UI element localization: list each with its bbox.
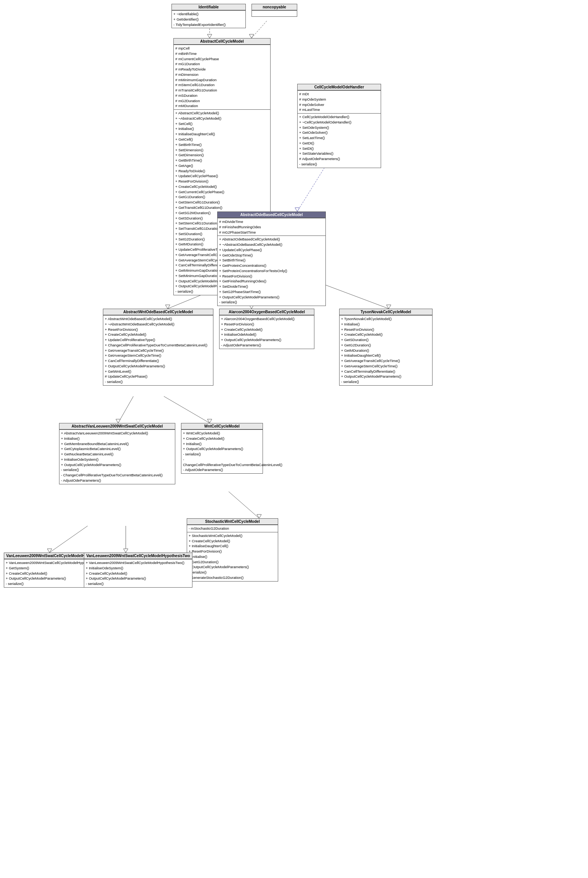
svg-marker-15 <box>116 419 120 423</box>
noncopyable-empty <box>252 10 297 16</box>
abstract-wnt-ode-title: AbstractWntOdeBasedCellCycleModel <box>103 309 213 315</box>
abstract-ode-based-title: AbstractOdeBasedCellCycleModel <box>218 212 325 218</box>
svg-marker-21 <box>123 549 128 553</box>
tyson-novak-box: TysonNovakCellCycleModel + TysonNovakCel… <box>339 309 433 386</box>
svg-line-16 <box>164 396 210 423</box>
identifiable-method-1: + GetIdentifier() <box>173 17 244 22</box>
van-leeuwen-hyp-two-box: VanLeeuwen2009WntSwatCellCycleModelHypot… <box>84 553 192 588</box>
abstract-cell-cycle-model-attrs: # mpCell # mBirthTime # mCurrentCellCycl… <box>174 45 270 109</box>
abstract-van-leeuwen-title: AbstractVanLeeuwen2009WntSwatCellCycleMo… <box>59 423 175 429</box>
wnt-cell-cycle-methods: + WntCellCycleModel() + CreateCellCycleM… <box>181 429 263 473</box>
wnt-cell-cycle-box: WntCellCycleModel + WntCellCycleModel() … <box>181 423 263 474</box>
abstract-wnt-ode-methods: + AbstractWntOdeBasedCellCycleModel() + … <box>103 315 213 385</box>
stochastic-wnt-title: StochasticWntCellCycleModel <box>187 519 278 525</box>
cell-cycle-ode-handler-title: CellCycleModelOdeHandler <box>298 84 381 90</box>
svg-marker-7 <box>295 208 300 211</box>
stochastic-wnt-attrs: - mStochasticG2Duration <box>187 525 278 532</box>
abstract-van-leeuwen-methods: + AbstractVanLeeuwen2009WntSwatCellCycle… <box>59 429 175 484</box>
abstract-ode-based-attrs: # mDivideTime # mFinishedRunningOdes # m… <box>218 218 325 236</box>
identifiable-method-0: + ~Identifiable() <box>173 11 244 17</box>
identifiable-methods: + ~Identifiable() + GetIdentifier() - Ti… <box>172 10 245 28</box>
alarcon2004-title: Alarcon2004OxygenBasedCellCycleModel <box>219 309 314 315</box>
wnt-cell-cycle-title: WntCellCycleModel <box>181 423 263 429</box>
tyson-novak-methods: + TysonNovakCellCycleModel() + Initialis… <box>340 315 432 385</box>
abstract-ode-based-box: AbstractOdeBasedCellCycleModel # mDivide… <box>217 211 326 306</box>
abstract-ode-based-methods: + AbstractOdeBasedCellCycleModel() + ~Ab… <box>218 236 325 306</box>
svg-marker-13 <box>386 305 391 309</box>
svg-marker-9 <box>165 305 170 309</box>
svg-line-14 <box>118 396 133 423</box>
alarcon2004-methods: + Alarcon2004OxygenBasedCellCycleModel()… <box>219 315 314 349</box>
tyson-novak-title: TysonNovakCellCycleModel <box>340 309 432 315</box>
svg-line-18 <box>50 526 88 553</box>
van-leeuwen-hyp-two-methods: + VanLeeuwen2009WntSwatCellCycleModelHyp… <box>84 559 192 587</box>
cell-cycle-ode-handler-attrs: # mDt # mpOdeSystem # mpOdeSolver # mLas… <box>298 90 381 113</box>
cell-cycle-ode-handler-methods: + CellCycleModelOdeHandler() + ~CellCycl… <box>298 113 381 168</box>
stochastic-wnt-methods: + StochasticWntCellCycleModel() + Create… <box>187 532 278 581</box>
alarcon2004-box: Alarcon2004OxygenBasedCellCycleModel + A… <box>219 309 314 349</box>
noncopyable-title: noncopyable <box>252 4 297 10</box>
svg-marker-3 <box>249 34 254 38</box>
identifiable-title: Identifiable <box>172 4 245 10</box>
abstract-van-leeuwen-box: AbstractVanLeeuwen2009WntSwatCellCycleMo… <box>59 423 175 484</box>
svg-marker-17 <box>207 419 212 423</box>
abstract-wnt-ode-box: AbstractWntOdeBasedCellCycleModel + Abst… <box>103 309 213 386</box>
svg-marker-1 <box>207 34 212 38</box>
svg-line-22 <box>229 492 259 518</box>
cell-cycle-ode-handler-box: CellCycleModelOdeHandler # mDt # mpOdeSy… <box>297 84 381 168</box>
van-leeuwen-hyp-two-title: VanLeeuwen2009WntSwatCellCycleModelHypot… <box>84 553 192 559</box>
noncopyable-box: noncopyable <box>252 4 297 17</box>
svg-line-2 <box>252 21 267 38</box>
identifiable-box: Identifiable + ~Identifiable() + GetIden… <box>171 4 246 28</box>
svg-marker-19 <box>47 549 52 553</box>
stochastic-wnt-box: StochasticWntCellCycleModel - mStochasti… <box>187 518 278 582</box>
identifiable-method-2: - TidyTemplatedExportIdentifier() <box>173 22 244 27</box>
uml-diagram: Identifiable + ~Identifiable() + GetIden… <box>0 0 588 878</box>
svg-marker-23 <box>257 514 261 518</box>
abstract-cell-cycle-model-title: AbstractCellCycleModel <box>174 38 270 45</box>
